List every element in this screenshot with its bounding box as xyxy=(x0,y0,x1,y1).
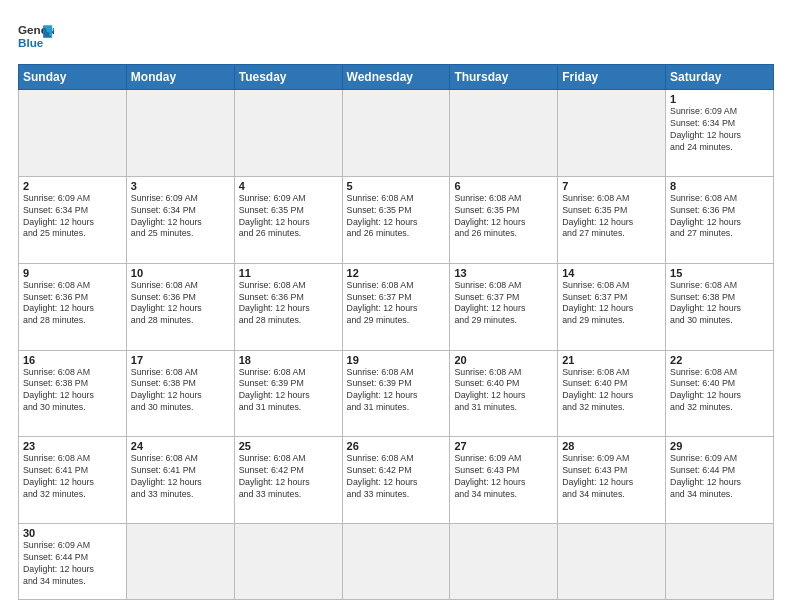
calendar-cell: 4Sunrise: 6:09 AM Sunset: 6:35 PM Daylig… xyxy=(234,176,342,263)
calendar-cell: 23Sunrise: 6:08 AM Sunset: 6:41 PM Dayli… xyxy=(19,437,127,524)
calendar-cell: 27Sunrise: 6:09 AM Sunset: 6:43 PM Dayli… xyxy=(450,437,558,524)
day-number: 19 xyxy=(347,354,446,366)
calendar-cell: 12Sunrise: 6:08 AM Sunset: 6:37 PM Dayli… xyxy=(342,263,450,350)
calendar-cell: 18Sunrise: 6:08 AM Sunset: 6:39 PM Dayli… xyxy=(234,350,342,437)
calendar-cell: 16Sunrise: 6:08 AM Sunset: 6:38 PM Dayli… xyxy=(19,350,127,437)
day-info: Sunrise: 6:08 AM Sunset: 6:39 PM Dayligh… xyxy=(239,367,338,415)
day-number: 5 xyxy=(347,180,446,192)
calendar-cell: 11Sunrise: 6:08 AM Sunset: 6:36 PM Dayli… xyxy=(234,263,342,350)
calendar-cell: 13Sunrise: 6:08 AM Sunset: 6:37 PM Dayli… xyxy=(450,263,558,350)
day-number: 8 xyxy=(670,180,769,192)
calendar-cell: 14Sunrise: 6:08 AM Sunset: 6:37 PM Dayli… xyxy=(558,263,666,350)
weekday-header-monday: Monday xyxy=(126,65,234,90)
weekday-header-friday: Friday xyxy=(558,65,666,90)
day-number: 13 xyxy=(454,267,553,279)
day-number: 28 xyxy=(562,440,661,452)
day-info: Sunrise: 6:08 AM Sunset: 6:38 PM Dayligh… xyxy=(131,367,230,415)
calendar-cell: 28Sunrise: 6:09 AM Sunset: 6:43 PM Dayli… xyxy=(558,437,666,524)
weekday-header-thursday: Thursday xyxy=(450,65,558,90)
calendar-cell xyxy=(558,90,666,177)
calendar-cell xyxy=(342,524,450,600)
day-info: Sunrise: 6:08 AM Sunset: 6:37 PM Dayligh… xyxy=(347,280,446,328)
logo-icon: General Blue xyxy=(18,18,54,54)
calendar-cell: 15Sunrise: 6:08 AM Sunset: 6:38 PM Dayli… xyxy=(666,263,774,350)
calendar-week-row: 23Sunrise: 6:08 AM Sunset: 6:41 PM Dayli… xyxy=(19,437,774,524)
weekday-header-tuesday: Tuesday xyxy=(234,65,342,90)
calendar-cell xyxy=(450,90,558,177)
day-info: Sunrise: 6:08 AM Sunset: 6:40 PM Dayligh… xyxy=(562,367,661,415)
day-info: Sunrise: 6:09 AM Sunset: 6:44 PM Dayligh… xyxy=(23,540,122,588)
calendar-cell: 19Sunrise: 6:08 AM Sunset: 6:39 PM Dayli… xyxy=(342,350,450,437)
calendar-cell: 9Sunrise: 6:08 AM Sunset: 6:36 PM Daylig… xyxy=(19,263,127,350)
calendar-cell xyxy=(666,524,774,600)
day-number: 1 xyxy=(670,93,769,105)
weekday-header-saturday: Saturday xyxy=(666,65,774,90)
day-number: 17 xyxy=(131,354,230,366)
day-number: 3 xyxy=(131,180,230,192)
calendar-cell: 7Sunrise: 6:08 AM Sunset: 6:35 PM Daylig… xyxy=(558,176,666,263)
day-number: 18 xyxy=(239,354,338,366)
calendar-cell: 30Sunrise: 6:09 AM Sunset: 6:44 PM Dayli… xyxy=(19,524,127,600)
day-info: Sunrise: 6:08 AM Sunset: 6:40 PM Dayligh… xyxy=(670,367,769,415)
day-number: 22 xyxy=(670,354,769,366)
day-info: Sunrise: 6:08 AM Sunset: 6:37 PM Dayligh… xyxy=(562,280,661,328)
day-number: 11 xyxy=(239,267,338,279)
calendar-cell: 29Sunrise: 6:09 AM Sunset: 6:44 PM Dayli… xyxy=(666,437,774,524)
day-number: 14 xyxy=(562,267,661,279)
day-number: 30 xyxy=(23,527,122,539)
day-info: Sunrise: 6:08 AM Sunset: 6:35 PM Dayligh… xyxy=(454,193,553,241)
day-info: Sunrise: 6:08 AM Sunset: 6:36 PM Dayligh… xyxy=(670,193,769,241)
day-info: Sunrise: 6:08 AM Sunset: 6:39 PM Dayligh… xyxy=(347,367,446,415)
calendar-cell: 1Sunrise: 6:09 AM Sunset: 6:34 PM Daylig… xyxy=(666,90,774,177)
calendar-cell: 10Sunrise: 6:08 AM Sunset: 6:36 PM Dayli… xyxy=(126,263,234,350)
logo: General Blue xyxy=(18,18,54,54)
calendar-cell xyxy=(234,90,342,177)
calendar-cell: 20Sunrise: 6:08 AM Sunset: 6:40 PM Dayli… xyxy=(450,350,558,437)
calendar-cell: 26Sunrise: 6:08 AM Sunset: 6:42 PM Dayli… xyxy=(342,437,450,524)
day-number: 7 xyxy=(562,180,661,192)
day-info: Sunrise: 6:08 AM Sunset: 6:40 PM Dayligh… xyxy=(454,367,553,415)
calendar-cell xyxy=(234,524,342,600)
calendar-week-row: 9Sunrise: 6:08 AM Sunset: 6:36 PM Daylig… xyxy=(19,263,774,350)
day-number: 15 xyxy=(670,267,769,279)
calendar-cell: 17Sunrise: 6:08 AM Sunset: 6:38 PM Dayli… xyxy=(126,350,234,437)
calendar-week-row: 1Sunrise: 6:09 AM Sunset: 6:34 PM Daylig… xyxy=(19,90,774,177)
day-info: Sunrise: 6:09 AM Sunset: 6:34 PM Dayligh… xyxy=(131,193,230,241)
day-info: Sunrise: 6:09 AM Sunset: 6:34 PM Dayligh… xyxy=(670,106,769,154)
day-info: Sunrise: 6:09 AM Sunset: 6:35 PM Dayligh… xyxy=(239,193,338,241)
day-info: Sunrise: 6:08 AM Sunset: 6:41 PM Dayligh… xyxy=(131,453,230,501)
day-number: 26 xyxy=(347,440,446,452)
day-number: 27 xyxy=(454,440,553,452)
calendar-cell: 8Sunrise: 6:08 AM Sunset: 6:36 PM Daylig… xyxy=(666,176,774,263)
day-number: 16 xyxy=(23,354,122,366)
day-number: 25 xyxy=(239,440,338,452)
day-info: Sunrise: 6:08 AM Sunset: 6:38 PM Dayligh… xyxy=(670,280,769,328)
calendar-cell: 22Sunrise: 6:08 AM Sunset: 6:40 PM Dayli… xyxy=(666,350,774,437)
day-number: 12 xyxy=(347,267,446,279)
day-number: 21 xyxy=(562,354,661,366)
day-number: 4 xyxy=(239,180,338,192)
day-info: Sunrise: 6:09 AM Sunset: 6:43 PM Dayligh… xyxy=(454,453,553,501)
day-info: Sunrise: 6:08 AM Sunset: 6:35 PM Dayligh… xyxy=(562,193,661,241)
day-number: 23 xyxy=(23,440,122,452)
weekday-header-wednesday: Wednesday xyxy=(342,65,450,90)
weekday-header-row: SundayMondayTuesdayWednesdayThursdayFrid… xyxy=(19,65,774,90)
calendar-week-row: 16Sunrise: 6:08 AM Sunset: 6:38 PM Dayli… xyxy=(19,350,774,437)
calendar-cell: 3Sunrise: 6:09 AM Sunset: 6:34 PM Daylig… xyxy=(126,176,234,263)
day-info: Sunrise: 6:08 AM Sunset: 6:41 PM Dayligh… xyxy=(23,453,122,501)
day-info: Sunrise: 6:08 AM Sunset: 6:36 PM Dayligh… xyxy=(239,280,338,328)
day-info: Sunrise: 6:08 AM Sunset: 6:38 PM Dayligh… xyxy=(23,367,122,415)
day-number: 6 xyxy=(454,180,553,192)
day-number: 9 xyxy=(23,267,122,279)
day-info: Sunrise: 6:08 AM Sunset: 6:36 PM Dayligh… xyxy=(131,280,230,328)
svg-text:Blue: Blue xyxy=(18,36,44,49)
day-info: Sunrise: 6:08 AM Sunset: 6:35 PM Dayligh… xyxy=(347,193,446,241)
calendar-week-row: 30Sunrise: 6:09 AM Sunset: 6:44 PM Dayli… xyxy=(19,524,774,600)
calendar-cell: 5Sunrise: 6:08 AM Sunset: 6:35 PM Daylig… xyxy=(342,176,450,263)
day-info: Sunrise: 6:09 AM Sunset: 6:34 PM Dayligh… xyxy=(23,193,122,241)
calendar-cell: 24Sunrise: 6:08 AM Sunset: 6:41 PM Dayli… xyxy=(126,437,234,524)
calendar-cell xyxy=(342,90,450,177)
weekday-header-sunday: Sunday xyxy=(19,65,127,90)
day-info: Sunrise: 6:08 AM Sunset: 6:36 PM Dayligh… xyxy=(23,280,122,328)
calendar-cell: 6Sunrise: 6:08 AM Sunset: 6:35 PM Daylig… xyxy=(450,176,558,263)
